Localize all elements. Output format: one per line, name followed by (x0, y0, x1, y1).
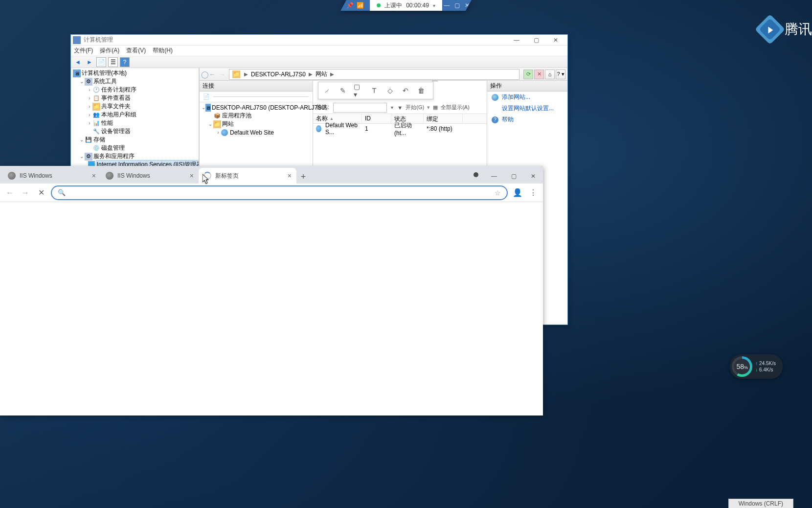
close-icon[interactable]: ✕ (465, 2, 470, 9)
help-button[interactable]: ? (120, 57, 130, 67)
tree-root[interactable]: 🖥 计算机管理(本地) (71, 69, 199, 77)
back-arrow-icon[interactable]: ◯← (201, 70, 216, 78)
tree-task-scheduler[interactable]: › 🕐 任务计划程序 (71, 86, 199, 94)
connections-tree[interactable]: ⌄ 🖥 DESKTOP-ARLJ7S0 (DESKTOP-ARLJ7S0\ 📦 … (200, 102, 313, 138)
browser-menu-button[interactable]: ⋮ (527, 187, 539, 199)
minimize-button[interactable]: — (507, 35, 526, 45)
maximize-button[interactable]: ▢ (526, 35, 546, 45)
filter-input[interactable] (333, 103, 387, 113)
help-dropdown-button[interactable]: ? ▾ (556, 69, 565, 79)
close-button[interactable]: ✕ (546, 35, 565, 45)
breadcrumb-path[interactable]: 📁 ▶ DESKTOP-ARLJ7S0 ▶ 网站 ▶ (229, 69, 519, 80)
tree-system-tools[interactable]: ⌄ ⚙ 系统工具 (71, 77, 199, 86)
eraser-tool[interactable]: ◇ (385, 86, 395, 95)
stop-button[interactable]: ✕ (534, 69, 544, 79)
filter-funnel-icon[interactable]: ▼ (397, 105, 403, 111)
browser-close-button[interactable]: ✕ (523, 169, 543, 184)
browser-back-button[interactable]: ← (4, 187, 16, 199)
expand-icon[interactable]: › (87, 87, 92, 92)
expand-icon[interactable]: › (215, 130, 221, 135)
mmc-titlebar[interactable]: 计算机管理 — ▢ ✕ (71, 35, 567, 46)
chrome-tab-strip[interactable]: IIS Windows × IIS Windows × 新标签页 × + — ▢… (0, 166, 543, 184)
tree-local-users[interactable]: › 👥 本地用户和组 (71, 111, 199, 119)
menu-action[interactable]: 操作(A) (100, 46, 119, 55)
tree-event-viewer[interactable]: › 📋 事件查看器 (71, 94, 199, 102)
new-tab-button[interactable]: + (296, 170, 310, 184)
chevron-down-icon[interactable]: ▾ (433, 3, 435, 8)
refresh-button[interactable]: ⟳ (523, 69, 533, 79)
col-id-header[interactable]: ID (362, 114, 391, 123)
menu-file[interactable]: 文件(F) (74, 46, 93, 55)
properties-button[interactable]: ☰ (108, 57, 118, 67)
undo-tool[interactable]: ↶ (401, 86, 410, 95)
conn-server-node[interactable]: ⌄ 🖥 DESKTOP-ARLJ7S0 (DESKTOP-ARLJ7S0\ (200, 103, 313, 112)
tree-services-apps[interactable]: ⌄ ⚙ 服务和应用程序 (71, 152, 199, 161)
annotation-collapse-icon[interactable]: — (432, 77, 438, 84)
forward-arrow-icon[interactable]: → (219, 70, 226, 78)
expand-icon[interactable]: › (87, 120, 92, 126)
tree-performance[interactable]: › 📊 性能 (71, 119, 199, 127)
collapse-icon[interactable]: ⌄ (79, 154, 85, 159)
shape-tool[interactable]: ▢ ▾ (354, 86, 363, 95)
browser-forward-button[interactable]: → (20, 187, 31, 199)
network-speed-widget[interactable]: 58% 24.5K/s 6.4K/s (730, 354, 783, 379)
pointer-tool[interactable]: ⟋ (322, 86, 332, 95)
home-button[interactable]: ⌂ (545, 69, 555, 79)
action-add-website[interactable]: 添加网站... (487, 92, 567, 103)
crumb-server[interactable]: DESKTOP-ARLJ7S0 (248, 71, 309, 78)
bookmark-star-icon[interactable]: ☆ (495, 189, 501, 197)
chevron-right-icon[interactable]: ▶ (330, 71, 334, 77)
maximize-icon[interactable]: ▢ (454, 2, 460, 9)
browser-tab-3-active[interactable]: 新标签页 × (199, 168, 296, 184)
expand-icon[interactable]: › (87, 95, 92, 101)
show-hide-tree-button[interactable]: 📄 (96, 57, 106, 67)
chevron-right-icon[interactable]: ▶ (244, 71, 248, 77)
browser-maximize-button[interactable]: ▢ (504, 169, 523, 184)
tab-close-button[interactable]: × (92, 172, 96, 180)
collapse-icon[interactable]: ⌄ (207, 121, 213, 127)
tree-disk-management[interactable]: 💿 磁盘管理 (71, 144, 199, 152)
conn-default-site[interactable]: › Default Web Site (200, 128, 313, 137)
tree-storage[interactable]: ⌄ 💾 存储 (71, 136, 199, 144)
col-binding-header[interactable]: 绑定 (424, 114, 463, 123)
pin-icon[interactable]: 📌 (346, 2, 354, 9)
browser-stop-button[interactable]: ✕ (35, 187, 47, 199)
pen-tool[interactable]: ✎ (338, 86, 348, 95)
tree-shared-folders[interactable]: › 📁 共享文件夹 (71, 102, 199, 111)
tab-close-button[interactable]: × (190, 172, 194, 180)
forward-button[interactable]: ► (85, 57, 94, 67)
collapse-icon[interactable]: ⌄ (79, 137, 85, 142)
recording-status[interactable]: 上课中 00:00:49 ▾ (370, 0, 442, 11)
tab-close-button[interactable]: × (288, 172, 292, 180)
collapse-icon[interactable]: ⌄ (202, 105, 205, 110)
back-button[interactable]: ◄ (73, 57, 83, 67)
crumb-sites[interactable]: 网站 (313, 70, 330, 78)
browser-tab-2[interactable]: IIS Windows × (101, 168, 199, 184)
delete-tool[interactable]: 🗑 (416, 86, 426, 95)
conn-sites-node[interactable]: ⌄ 📁 网站 (200, 120, 313, 128)
expand-icon[interactable]: › (87, 104, 92, 109)
address-bar[interactable]: 🔍 ☆ (51, 185, 508, 200)
annotation-toolbar[interactable]: — ⟋ ✎ ▢ ▾ T ◇ ↶ 🗑 (318, 82, 433, 99)
filter-dropdown-icon[interactable]: ▾ (391, 105, 393, 110)
browser-minimize-button[interactable]: — (484, 169, 504, 184)
conn-app-pools[interactable]: 📦 应用程序池 (200, 112, 313, 120)
group-by-icon[interactable]: ▦ (433, 104, 438, 111)
action-set-defaults[interactable]: 设置网站默认设置... (487, 103, 567, 114)
collapse-icon[interactable]: ⌄ (79, 79, 85, 84)
filter-start[interactable]: 开始(G) (406, 104, 424, 111)
menu-view[interactable]: 查看(V) (126, 46, 146, 55)
filter-show-all[interactable]: 全部显示(A) (441, 104, 470, 111)
tree-device-manager[interactable]: 🔧 设备管理器 (71, 127, 199, 136)
address-input[interactable] (69, 189, 491, 196)
connect-button[interactable]: 📄 (202, 92, 211, 102)
chevron-right-icon[interactable]: ▶ (309, 71, 313, 77)
recording-bar-left[interactable]: 📌 📶 (340, 0, 370, 11)
action-help[interactable]: ? 帮助 (487, 114, 567, 125)
expand-icon[interactable]: › (87, 112, 92, 117)
tab-search-button[interactable] (474, 172, 478, 177)
text-tool[interactable]: T (369, 86, 379, 95)
minimize-icon[interactable]: — (444, 2, 450, 9)
site-row[interactable]: Default Web S... 1 已启动 (ht... *:80 (http… (313, 124, 487, 134)
menu-help[interactable]: 帮助(H) (153, 46, 173, 55)
